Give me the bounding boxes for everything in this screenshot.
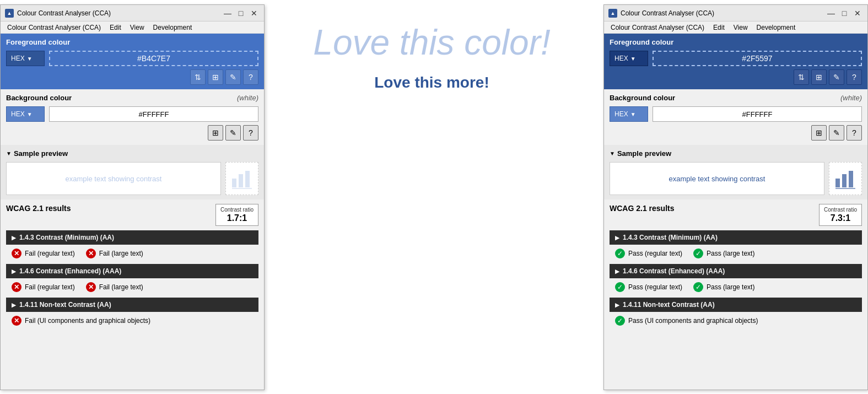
result-row-1-3[interactable]: ▶ 1.4.11 Non-text Contrast (AA) (6, 298, 258, 312)
fg-format-label-1: HEX (11, 55, 25, 62)
bg-title-2: Background colour (610, 94, 675, 102)
bg-dropdown-arrow-1: ▼ (27, 111, 33, 117)
result-text-1-2-1: Fail (large text) (99, 283, 143, 291)
wcag-header-2: WCAG 2.1 results Contrast ratio 7.3:1 (610, 204, 862, 226)
wcag-section-1: WCAG 2.1 results Contrast ratio 1.7:1 ▶ … (1, 199, 264, 390)
menu-cca-2[interactable]: Colour Contrast Analyser (CCA) (606, 23, 709, 33)
bg-hex-input-2[interactable] (653, 106, 862, 122)
maximize-button-1[interactable]: □ (235, 8, 246, 19)
fg-eyedropper-btn-2[interactable]: ✎ (829, 69, 844, 85)
bg-sliders-btn-1[interactable]: ⊞ (208, 125, 223, 141)
menu-cca-1[interactable]: Colour Contrast Analyser (CCA) (3, 23, 105, 33)
result-text-1-1-0: Fail (regular text) (25, 250, 75, 257)
bg-hex-input-1[interactable] (49, 106, 258, 122)
bg-sliders-btn-2[interactable]: ⊞ (811, 125, 827, 141)
result-text-1-1-1: Fail (large text) (99, 250, 143, 257)
result-row-1-1[interactable]: ▶ 1.4.3 Contrast (Minimum) (AA) (6, 230, 258, 245)
result-row-2-1[interactable]: ▶ 1.4.3 Contrast (Minimum) (AA) (610, 230, 862, 245)
wcag-header-1: WCAG 2.1 results Contrast ratio 1.7:1 (6, 204, 258, 226)
menu-view-2[interactable]: View (729, 23, 752, 33)
result-item-2-2-1: ✓ Pass (large text) (693, 282, 754, 292)
love-text-1: Love this color! (313, 22, 550, 63)
app-icon-1: ▲ (5, 9, 14, 18)
title-controls-2: ― □ ✕ (826, 8, 863, 19)
svg-rect-6 (849, 171, 853, 187)
bg-format-dropdown-2[interactable]: HEX ▼ (610, 106, 648, 122)
fg-eyedropper-btn-1[interactable]: ✎ (225, 69, 241, 85)
bg-toolbar-2: ⊞ ✎ ? (610, 125, 862, 141)
result-row-2-3[interactable]: ▶ 1.4.11 Non-text Contrast (AA) (610, 298, 862, 312)
foreground-section-1: Foreground colour HEX ▼ ⇅ ⊞ ✎ ? (1, 34, 264, 89)
fg-sliders-btn-2[interactable]: ⊞ (811, 69, 827, 85)
background-section-2: Background colour (white) HEX ▼ ⊞ ✎ ? (604, 89, 867, 145)
result-triangle-2-3: ▶ (615, 302, 619, 308)
pass-icon-2-2-0: ✓ (615, 282, 625, 292)
bg-dropdown-arrow-2: ▼ (630, 111, 636, 117)
fg-sliders-btn-1[interactable]: ⊞ (208, 69, 223, 85)
sample-chart-box-1 (225, 162, 258, 195)
menu-edit-1[interactable]: Edit (105, 23, 126, 33)
close-button-2[interactable]: ✕ (852, 8, 863, 19)
fg-hex-input-2[interactable] (653, 51, 862, 66)
sample-section-2: ▼ Sample preview example text showing co… (604, 145, 867, 199)
result-item-1-2-0: ✕ Fail (regular text) (12, 282, 75, 292)
contrast-ratio-value-2: 7.3:1 (824, 213, 857, 223)
fg-toolbar-2: ⇅ ⊞ ✎ ? (610, 69, 862, 85)
minimize-button-1[interactable]: ― (222, 8, 233, 19)
close-button-1[interactable]: ✕ (249, 8, 260, 19)
fg-toolbar-1: ⇅ ⊞ ✎ ? (6, 69, 258, 85)
minimize-button-2[interactable]: ― (826, 8, 837, 19)
result-item-2-3-0: ✓ Pass (UI components and graphical obje… (615, 316, 758, 326)
bg-format-label-2: HEX (614, 110, 628, 118)
result-item-1-3-0: ✕ Fail (UI components and graphical obje… (12, 316, 150, 326)
wcag-title-2: WCAG 2.1 results (610, 204, 674, 213)
bg-help-btn-1[interactable]: ? (243, 125, 258, 141)
bg-help-btn-2[interactable]: ? (847, 125, 862, 141)
fg-help-btn-2[interactable]: ? (847, 69, 862, 85)
fg-swap-btn-1[interactable]: ⇅ (190, 69, 206, 85)
result-triangle-2-1: ▶ (615, 235, 619, 241)
sample-title-label-1: Sample preview (14, 149, 68, 158)
menu-view-1[interactable]: View (126, 23, 149, 33)
result-label-1-2: 1.4.6 Contrast (Enhanced) (AAA) (19, 267, 121, 275)
sample-title-2: ▼ Sample preview (610, 149, 862, 158)
bg-header-1: Background colour (white) (6, 94, 258, 102)
contrast-ratio-box-2: Contrast ratio 7.3:1 (819, 204, 862, 226)
result-detail-1-1: ✕ Fail (regular text) ✕ Fail (large text… (6, 245, 258, 262)
result-detail-1-2: ✕ Fail (regular text) ✕ Fail (large text… (6, 279, 258, 295)
result-item-2-1-1: ✓ Pass (large text) (693, 249, 754, 258)
svg-rect-5 (842, 174, 847, 187)
fail-icon-1-2-0: ✕ (12, 282, 21, 292)
result-detail-1-3: ✕ Fail (UI components and graphical obje… (6, 312, 258, 329)
menu-dev-1[interactable]: Development (149, 23, 197, 33)
title-bar-1: ▲ Colour Contrast Analyser (CCA) ― □ ✕ (1, 5, 264, 21)
menu-edit-2[interactable]: Edit (709, 23, 729, 33)
bg-eyedropper-btn-2[interactable]: ✎ (829, 125, 844, 141)
fg-swap-btn-2[interactable]: ⇅ (794, 69, 809, 85)
menu-dev-2[interactable]: Development (752, 23, 800, 33)
love-text-2: Love this more! (374, 74, 489, 91)
menu-bar-1: Colour Contrast Analyser (CCA) Edit View… (1, 21, 264, 34)
wcag-section-2: WCAG 2.1 results Contrast ratio 7.3:1 ▶ … (604, 199, 867, 390)
result-triangle-2-2: ▶ (615, 268, 619, 274)
result-item-1-1-0: ✕ Fail (regular text) (12, 249, 75, 258)
background-section-1: Background colour (white) HEX ▼ ⊞ ✎ ? (1, 89, 264, 145)
maximize-button-2[interactable]: □ (839, 8, 850, 19)
svg-rect-2 (245, 171, 250, 187)
result-row-1-2[interactable]: ▶ 1.4.6 Contrast (Enhanced) (AAA) (6, 264, 258, 278)
bg-eyedropper-btn-1[interactable]: ✎ (225, 125, 241, 141)
result-text-1-2-0: Fail (regular text) (25, 283, 75, 291)
result-detail-2-1: ✓ Pass (regular text) ✓ Pass (large text… (610, 245, 862, 262)
fg-format-dropdown-1[interactable]: HEX ▼ (6, 51, 45, 66)
fg-format-dropdown-2[interactable]: HEX ▼ (610, 51, 648, 66)
fg-help-btn-1[interactable]: ? (243, 69, 258, 85)
result-row-2-2[interactable]: ▶ 1.4.6 Contrast (Enhanced) (AAA) (610, 264, 862, 278)
result-label-2-2: 1.4.6 Contrast (Enhanced) (AAA) (623, 267, 725, 275)
sample-title-1: ▼ Sample preview (6, 149, 258, 158)
window-title-2: Colour Contrast Analyser (CCA) (621, 9, 826, 17)
fg-input-row-1: HEX ▼ (6, 51, 258, 66)
chart-icon-2 (834, 168, 856, 190)
bg-format-dropdown-1[interactable]: HEX ▼ (6, 106, 45, 122)
fg-hex-input-1[interactable] (49, 51, 258, 66)
bg-format-label-1: HEX (11, 110, 25, 118)
